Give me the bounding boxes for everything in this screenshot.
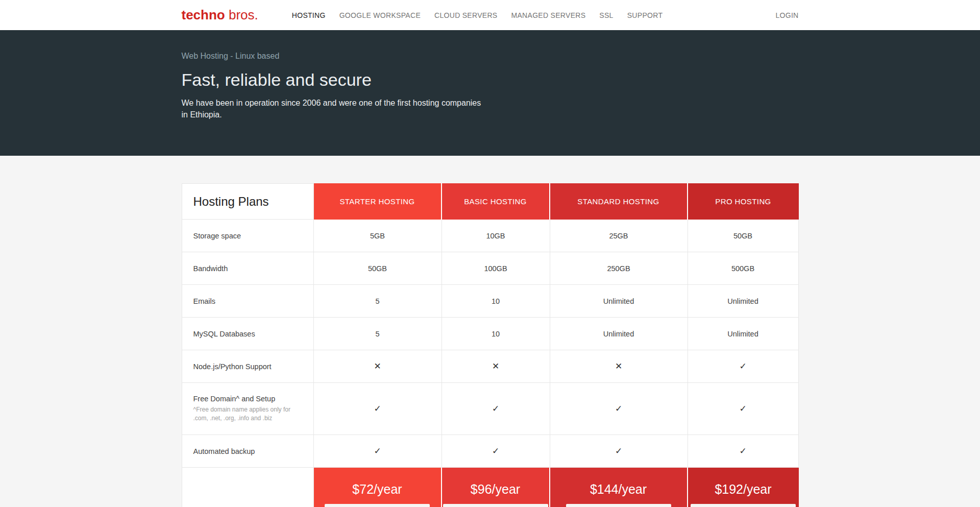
feature-label-cell: Bandwidth xyxy=(182,252,314,285)
feature-value: 25GB xyxy=(609,232,628,240)
plan-header-label: BASIC HOSTING xyxy=(464,197,527,206)
feature-value-cell: 500GB xyxy=(688,252,799,285)
check-icon: ✓ xyxy=(739,446,746,456)
plan-signup-button[interactable] xyxy=(325,504,430,507)
feature-label: Storage space xyxy=(193,232,241,240)
feature-value: 10GB xyxy=(486,232,505,240)
feature-value-cell: ✓ xyxy=(688,435,799,468)
feature-label-cell: MySQL Databases xyxy=(182,318,314,350)
nav-list-item: SUPPORT xyxy=(627,11,663,20)
plan-header-label: STANDARD HOSTING xyxy=(577,197,659,206)
plan-price: $144/year xyxy=(590,481,647,498)
feature-value-cell: 10GB xyxy=(442,220,550,252)
feature-value: Unlimited xyxy=(603,297,634,305)
brand-logo[interactable]: techno bros. xyxy=(182,7,258,23)
feature-value-cell: ✓ xyxy=(688,383,799,435)
nav-item-hosting[interactable]: HOSTING xyxy=(292,11,326,19)
feature-value-cell: 10 xyxy=(442,318,550,350)
feature-value: Unlimited xyxy=(603,330,634,338)
price-cell-standard-hosting: $144/year xyxy=(550,468,688,507)
plan-signup-button[interactable] xyxy=(566,504,671,507)
feature-label-cell: Node.js/Python Support xyxy=(182,350,314,383)
price-cell-basic-hosting: $96/year xyxy=(442,468,550,507)
pricing-table-title-cell: Hosting Plans xyxy=(182,183,314,220)
feature-value: 100GB xyxy=(484,264,507,273)
plan-price: $192/year xyxy=(715,481,771,498)
login-link[interactable]: LOGIN xyxy=(775,11,798,19)
plan-header-pro-hosting: PRO HOSTING xyxy=(688,183,799,220)
feature-label: Free Domain^ and Setup xyxy=(193,395,276,403)
hero-title: Fast, reliable and secure xyxy=(182,69,799,90)
cross-icon: ✕ xyxy=(615,361,622,372)
plan-signup-button[interactable] xyxy=(443,504,548,507)
plan-header-starter-hosting: STARTER HOSTING xyxy=(314,183,442,220)
feature-value-cell: 50GB xyxy=(688,220,799,252)
plan-price: $96/year xyxy=(471,481,520,498)
hero-description: We have been in operation since 2006 and… xyxy=(182,97,488,120)
feature-value-cell: 250GB xyxy=(550,252,688,285)
brand-logo-light: bros. xyxy=(229,7,258,22)
feature-value-cell: ✓ xyxy=(688,350,799,383)
check-icon: ✓ xyxy=(615,403,622,414)
pricing-table: Hosting PlansSTARTER HOSTINGBASIC HOSTIN… xyxy=(182,183,799,507)
feature-value-cell: ✓ xyxy=(314,435,442,468)
brand-logo-bold: techno xyxy=(182,7,225,22)
feature-value-cell: 100GB xyxy=(442,252,550,285)
nav-item-support[interactable]: SUPPORT xyxy=(627,11,663,19)
feature-value: 250GB xyxy=(607,264,630,273)
price-row-spacer-cell xyxy=(182,468,314,507)
feature-value-cell: Unlimited xyxy=(688,318,799,350)
nav-links: HOSTINGGOOGLE WORKSPACECLOUD SERVERSMANA… xyxy=(292,11,663,20)
feature-value-cell: ✓ xyxy=(550,435,688,468)
nav-list-item: GOOGLE WORKSPACE xyxy=(339,11,421,20)
nav-item-ssl[interactable]: SSL xyxy=(599,11,613,19)
feature-value: 50GB xyxy=(733,232,752,240)
feature-value-cell: ✕ xyxy=(550,350,688,383)
feature-value-cell: 50GB xyxy=(314,252,442,285)
nav-list-item: CLOUD SERVERS xyxy=(434,11,497,20)
nav-item-managed-servers[interactable]: MANAGED SERVERS xyxy=(511,11,586,19)
cross-icon: ✕ xyxy=(374,361,381,372)
check-icon: ✓ xyxy=(739,361,746,372)
feature-value-cell: ✓ xyxy=(550,383,688,435)
feature-value: 10 xyxy=(492,297,500,305)
feature-value-cell: ✕ xyxy=(314,350,442,383)
feature-label-cell: Storage space xyxy=(182,220,314,252)
feature-value: 500GB xyxy=(731,264,754,273)
feature-value-cell: ✕ xyxy=(442,350,550,383)
nav-item-cloud-servers[interactable]: CLOUD SERVERS xyxy=(434,11,497,19)
check-icon: ✓ xyxy=(492,403,499,414)
nav-item-google-workspace[interactable]: GOOGLE WORKSPACE xyxy=(339,11,421,19)
feature-value-cell: ✓ xyxy=(442,383,550,435)
feature-label-cell: Emails xyxy=(182,285,314,318)
nav-list-item: SSL xyxy=(599,11,613,20)
plan-price: $72/year xyxy=(352,481,402,498)
feature-value: 10 xyxy=(492,330,500,338)
main-content: Hosting PlansSTARTER HOSTINGBASIC HOSTIN… xyxy=(0,156,980,507)
check-icon: ✓ xyxy=(492,446,499,456)
price-cell-starter-hosting: $72/year xyxy=(314,468,442,507)
feature-label: Node.js/Python Support xyxy=(193,363,272,371)
feature-label-cell: Free Domain^ and Setup^Free domain name … xyxy=(182,383,314,435)
hero-section: Web Hosting - Linux based Fast, reliable… xyxy=(0,30,980,156)
feature-value-cell: 5 xyxy=(314,318,442,350)
feature-value: 5 xyxy=(375,330,379,338)
feature-value-cell: Unlimited xyxy=(688,285,799,318)
hero-eyebrow: Web Hosting - Linux based xyxy=(182,52,799,61)
feature-value-cell: Unlimited xyxy=(550,318,688,350)
feature-value-cell: ✓ xyxy=(442,435,550,468)
check-icon: ✓ xyxy=(374,446,381,456)
feature-value-cell: 25GB xyxy=(550,220,688,252)
plan-signup-button[interactable] xyxy=(691,504,796,507)
check-icon: ✓ xyxy=(739,403,746,414)
feature-value-cell: 5 xyxy=(314,285,442,318)
plan-header-label: PRO HOSTING xyxy=(715,197,771,206)
feature-value: 5GB xyxy=(370,232,385,240)
feature-value: 5 xyxy=(375,297,379,305)
check-icon: ✓ xyxy=(615,446,622,456)
plan-header-label: STARTER HOSTING xyxy=(339,197,414,206)
feature-label: Automated backup xyxy=(193,447,255,455)
plan-header-standard-hosting: STANDARD HOSTING xyxy=(550,183,688,220)
feature-label-cell: Automated backup xyxy=(182,435,314,468)
feature-value-cell: ✓ xyxy=(314,383,442,435)
